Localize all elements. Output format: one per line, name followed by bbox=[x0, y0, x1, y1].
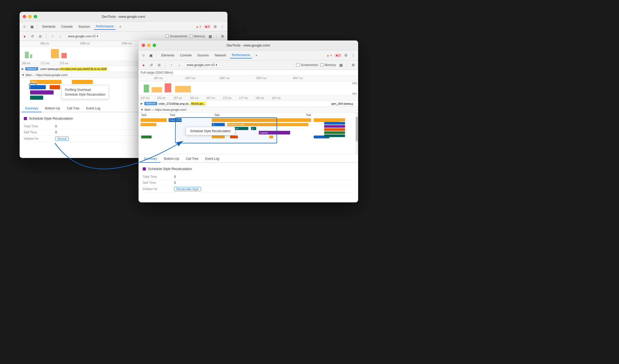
tab-summary-back[interactable]: Summary bbox=[22, 105, 41, 112]
nav-elements-front[interactable]: Elements bbox=[159, 52, 176, 58]
url-selector-back[interactable]: www.google.com #1 ▾ bbox=[65, 34, 101, 39]
nav-bar-back: ⊹ ▣ Elements Console Sources Performance… bbox=[20, 22, 227, 32]
nav-more-front[interactable]: » bbox=[254, 52, 260, 58]
clear-button-back[interactable]: ⊘ bbox=[37, 33, 43, 39]
tick-2997ms: 2997 ms bbox=[220, 77, 230, 80]
tab-eventlog-front[interactable]: Event Log bbox=[202, 155, 222, 163]
network-params-back: m=cdos,hsm,jsa,mb4ZUb,d,csi,cEt9 bbox=[60, 67, 107, 71]
settings-icon-front[interactable]: ⚙ bbox=[343, 52, 349, 58]
minimize-button-front[interactable] bbox=[147, 44, 151, 47]
network-tag-back: Network bbox=[25, 67, 38, 71]
tabs-bar-front: Summary Bottom-Up Call Tree Event Log bbox=[139, 154, 358, 163]
tick-187ms: 187 ms bbox=[272, 97, 280, 99]
window-title-back: DevTools - www.google.com/ bbox=[102, 15, 145, 19]
nav-network-front[interactable]: Network bbox=[213, 52, 228, 58]
network-file-front: color_272x92dp.png (w... bbox=[159, 102, 191, 105]
upload-button-back[interactable]: ↑ bbox=[50, 33, 55, 39]
nav-performance-front[interactable]: Performance bbox=[230, 52, 252, 58]
screenshots-checkbox-front[interactable]: Screenshots bbox=[296, 63, 318, 67]
network-row-front: ▶ Network color_272x92dp.png (w... NUn3,… bbox=[139, 101, 358, 107]
tab-eventlog-back[interactable]: Event Log bbox=[83, 105, 104, 112]
screenshot-camera-icon[interactable]: ▦ bbox=[207, 33, 213, 39]
task-bar-purple-1 bbox=[30, 90, 54, 95]
nav-more-back[interactable]: » bbox=[117, 24, 123, 30]
close-button-back[interactable] bbox=[23, 15, 26, 18]
maximize-button-front[interactable] bbox=[153, 44, 156, 47]
tick-4997ms: 4997 ms bbox=[293, 77, 303, 80]
maximize-button-back[interactable] bbox=[34, 15, 37, 18]
tick-997ms: 997 ms bbox=[154, 77, 163, 80]
nav-console-back[interactable]: Console bbox=[59, 24, 75, 30]
menu-icon-back[interactable]: ⋮ bbox=[220, 24, 225, 30]
network-tag-front: Network bbox=[144, 102, 157, 105]
nav-elements-back[interactable]: Elements bbox=[40, 24, 58, 30]
perf-settings-button-back[interactable]: ⚙ bbox=[220, 33, 225, 39]
perf-toolbar-front: ● ↺ ⊘ ↑ ↓ www.google.com #2 ▾ Screenshot… bbox=[139, 60, 358, 70]
task-main-1 bbox=[141, 118, 167, 122]
url-text-back: www.google.com #1 bbox=[68, 34, 96, 38]
tab-bottomup-back[interactable]: Bottom-Up bbox=[42, 105, 63, 112]
nav-sources-front[interactable]: Sources bbox=[195, 52, 211, 58]
tab-calltree-front[interactable]: Call Tree bbox=[183, 155, 202, 163]
summary-panel-front: Schedule Style Recalculation Total Time … bbox=[139, 163, 358, 197]
traffic-lights-back[interactable] bbox=[23, 15, 37, 18]
memory-checkbox-front[interactable]: Memory bbox=[320, 63, 336, 67]
url-selector-front[interactable]: www.google.com #2 ▾ bbox=[184, 62, 220, 68]
reveal-link-back[interactable]: Reveal bbox=[55, 137, 69, 141]
main-arrow-back: ▼ bbox=[22, 73, 25, 77]
right-side-bars bbox=[324, 118, 345, 139]
recalculate-link-front[interactable]: Recalculate Style bbox=[174, 187, 201, 191]
cpu-bar-f3 bbox=[165, 83, 171, 92]
record-button-front[interactable]: ● bbox=[141, 62, 146, 68]
timeline-chart-front: CPU NET bbox=[139, 81, 358, 96]
close-button-front[interactable] bbox=[142, 44, 145, 47]
nav-performance-back[interactable]: Performance bbox=[94, 24, 116, 30]
minimize-button-back[interactable] bbox=[28, 15, 32, 18]
perf-sep-front bbox=[165, 62, 165, 68]
tab-bottomup-front[interactable]: Bottom-Up bbox=[161, 155, 182, 163]
task-area-front[interactable]: Task Task Task Task Parse HTML E... Eval… bbox=[139, 113, 358, 154]
reload-record-front[interactable]: ↺ bbox=[148, 62, 154, 68]
main-arrow-front: ▼ bbox=[141, 108, 144, 111]
settings-icon-back[interactable]: ⚙ bbox=[212, 24, 218, 30]
download-button-back[interactable]: ↓ bbox=[58, 33, 63, 39]
summary-title-front: Schedule Style Recalculation bbox=[143, 167, 354, 171]
menu-icon-front[interactable]: ⋮ bbox=[350, 52, 356, 58]
screenshots-checkbox-back[interactable]: Screenshots bbox=[165, 34, 187, 38]
tick-996ms: 996 ms bbox=[41, 42, 49, 45]
device-icon-front[interactable]: ▣ bbox=[148, 52, 154, 58]
tooltip-box-back: Profiling Overhead Schedule Style Recalc… bbox=[61, 85, 109, 99]
devtools-window-front[interactable]: DevTools - www.google.com/ ⊹ ▣ Elements … bbox=[139, 40, 358, 202]
cpu-label-front: CPU bbox=[352, 82, 357, 85]
url-dropdown-icon-front[interactable]: ▾ bbox=[216, 63, 217, 67]
memory-checkbox-back[interactable]: Memory bbox=[190, 34, 205, 38]
cpu-bar-2 bbox=[30, 54, 32, 58]
right-bar-1 bbox=[324, 118, 345, 121]
device-icon[interactable]: ▣ bbox=[29, 24, 35, 30]
record-button-back[interactable]: ● bbox=[22, 33, 27, 39]
perf-settings-front[interactable]: ⚙ bbox=[350, 62, 356, 68]
download-button-front[interactable]: ↓ bbox=[176, 62, 182, 68]
right-bar-2 bbox=[324, 122, 345, 125]
warning-badge-back: ▲ 3 bbox=[194, 25, 202, 28]
screenshot-camera-icon-front[interactable]: ▦ bbox=[338, 62, 344, 68]
tab-calltree-back[interactable]: Call Tree bbox=[64, 105, 83, 112]
tab-summary-front[interactable]: Summary bbox=[141, 155, 160, 163]
upload-button-front[interactable]: ↑ bbox=[169, 62, 174, 68]
scrollbar-thumb-front[interactable] bbox=[356, 117, 358, 142]
clear-button-front[interactable]: ⊘ bbox=[156, 62, 162, 68]
inspect-icon[interactable]: ⊹ bbox=[22, 24, 27, 30]
url-dropdown-icon[interactable]: ▾ bbox=[97, 34, 98, 38]
scrollbar-front[interactable] bbox=[356, 113, 358, 154]
task-label-1: Task bbox=[141, 114, 147, 116]
network-triangle-front: ▶ bbox=[141, 102, 143, 105]
nav-console-front[interactable]: Console bbox=[178, 52, 194, 58]
network-triangle-back: ▶ bbox=[22, 67, 24, 70]
tick-2996ms: 2996 ms bbox=[122, 42, 131, 45]
task-sub-1 bbox=[141, 123, 156, 126]
perf-toolbar-back: ● ↺ ⊘ ↑ ↓ www.google.com #1 ▾ Screenshot… bbox=[20, 32, 227, 41]
inspect-icon-front[interactable]: ⊹ bbox=[141, 52, 146, 58]
reload-record-button-back[interactable]: ↺ bbox=[30, 33, 35, 39]
nav-sources-back[interactable]: Sources bbox=[76, 24, 92, 30]
traffic-lights-front[interactable] bbox=[142, 44, 156, 47]
